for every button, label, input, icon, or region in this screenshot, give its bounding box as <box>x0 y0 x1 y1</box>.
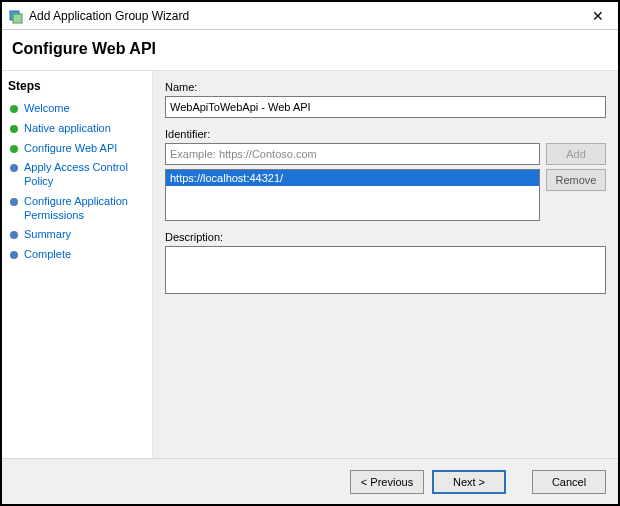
identifier-list-item[interactable]: https://localhost:44321/ <box>166 170 539 186</box>
titlebar-left: Add Application Group Wizard <box>8 8 189 24</box>
step-complete[interactable]: Complete <box>8 245 146 265</box>
description-input[interactable] <box>165 246 606 294</box>
page-title: Configure Web API <box>12 40 608 58</box>
step-configure-application-permissions[interactable]: Configure Application Permissions <box>8 192 146 226</box>
identifier-label: Identifier: <box>165 128 606 140</box>
steps-heading: Steps <box>8 79 146 93</box>
wizard-footer: < Previous Next > Cancel <box>2 458 618 504</box>
step-label: Welcome <box>24 102 70 116</box>
previous-button[interactable]: < Previous <box>350 470 424 494</box>
identifier-input[interactable] <box>165 143 540 165</box>
step-bullet-icon <box>10 251 18 259</box>
next-button[interactable]: Next > <box>432 470 506 494</box>
svg-rect-1 <box>13 14 22 23</box>
step-bullet-icon <box>10 231 18 239</box>
step-label: Summary <box>24 228 71 242</box>
wizard-header: Configure Web API <box>2 30 618 71</box>
step-welcome[interactable]: Welcome <box>8 99 146 119</box>
app-icon <box>8 8 24 24</box>
remove-button[interactable]: Remove <box>546 169 606 191</box>
step-label: Native application <box>24 122 111 136</box>
steps-sidebar: Steps Welcome Native application Configu… <box>2 71 152 458</box>
name-input[interactable] <box>165 96 606 118</box>
wizard-window: Add Application Group Wizard ✕ Configure… <box>0 0 620 506</box>
step-native-application[interactable]: Native application <box>8 119 146 139</box>
wizard-body: Steps Welcome Native application Configu… <box>2 71 618 458</box>
description-label: Description: <box>165 231 606 243</box>
step-bullet-icon <box>10 105 18 113</box>
step-apply-access-control-policy[interactable]: Apply Access Control Policy <box>8 158 146 192</box>
form-panel: Name: Identifier: Add https://localhost:… <box>152 71 618 458</box>
window-title: Add Application Group Wizard <box>29 9 189 23</box>
cancel-button[interactable]: Cancel <box>532 470 606 494</box>
step-configure-web-api[interactable]: Configure Web API <box>8 139 146 159</box>
step-summary[interactable]: Summary <box>8 225 146 245</box>
step-bullet-icon <box>10 125 18 133</box>
name-label: Name: <box>165 81 606 93</box>
add-button[interactable]: Add <box>546 143 606 165</box>
step-label: Configure Application Permissions <box>24 195 144 223</box>
close-icon[interactable]: ✕ <box>584 7 612 25</box>
titlebar: Add Application Group Wizard ✕ <box>2 2 618 30</box>
step-label: Apply Access Control Policy <box>24 161 144 189</box>
step-bullet-icon <box>10 198 18 206</box>
step-bullet-icon <box>10 145 18 153</box>
step-label: Complete <box>24 248 71 262</box>
step-label: Configure Web API <box>24 142 117 156</box>
identifier-listbox[interactable]: https://localhost:44321/ <box>165 169 540 221</box>
step-bullet-icon <box>10 164 18 172</box>
